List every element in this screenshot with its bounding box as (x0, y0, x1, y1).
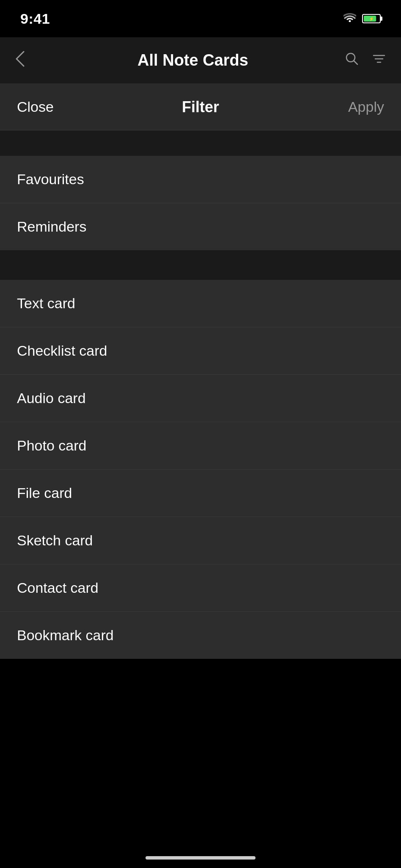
list-item-reminders[interactable]: Reminders (0, 203, 401, 250)
list-item-checklist-card[interactable]: Checklist card (0, 327, 401, 375)
audio-card-label: Audio card (17, 390, 86, 406)
reminders-label: Reminders (17, 218, 86, 235)
back-button[interactable] (15, 51, 41, 70)
filter-icon[interactable] (372, 52, 386, 69)
list-item-contact-card[interactable]: Contact card (0, 564, 401, 612)
search-icon[interactable] (345, 52, 359, 69)
battery-bolt: ⚡ (369, 17, 374, 21)
sketch-card-label: Sketch card (17, 532, 93, 549)
list-item-bookmark-card[interactable]: Bookmark card (0, 612, 401, 659)
contact-card-label: Contact card (17, 580, 99, 596)
filter-section-1: Favourites Reminders (0, 156, 401, 250)
svg-point-0 (346, 53, 355, 62)
filter-title: Filter (59, 98, 342, 116)
status-time: 9:41 (20, 11, 50, 27)
section-spacer-top (0, 130, 401, 156)
battery-icon: ⚡ (362, 14, 381, 23)
section-gap (0, 250, 401, 280)
favourites-label: Favourites (17, 171, 84, 188)
photo-card-label: Photo card (17, 437, 86, 454)
nav-bar: All Note Cards (0, 37, 401, 84)
file-card-label: File card (17, 485, 72, 501)
list-item-photo-card[interactable]: Photo card (0, 422, 401, 470)
list-item-text-card[interactable]: Text card (0, 280, 401, 327)
text-card-label: Text card (17, 295, 75, 312)
nav-actions (345, 52, 386, 69)
bookmark-card-label: Bookmark card (17, 627, 114, 644)
list-item-file-card[interactable]: File card (0, 470, 401, 517)
status-icons: ⚡ (343, 13, 381, 25)
list-item-sketch-card[interactable]: Sketch card (0, 517, 401, 564)
wifi-icon (343, 13, 356, 25)
apply-button[interactable]: Apply (342, 99, 384, 115)
filter-header: Close Filter Apply (0, 84, 401, 130)
close-button[interactable]: Close (17, 99, 59, 115)
battery-fill: ⚡ (364, 16, 376, 22)
filter-section-2: Text card Checklist card Audio card Phot… (0, 280, 401, 659)
page-title: All Note Cards (41, 51, 345, 69)
list-item-favourites[interactable]: Favourites (0, 156, 401, 203)
status-bar: 9:41 ⚡ (0, 0, 401, 37)
home-indicator (146, 856, 255, 860)
checklist-card-label: Checklist card (17, 343, 107, 359)
list-item-audio-card[interactable]: Audio card (0, 375, 401, 422)
